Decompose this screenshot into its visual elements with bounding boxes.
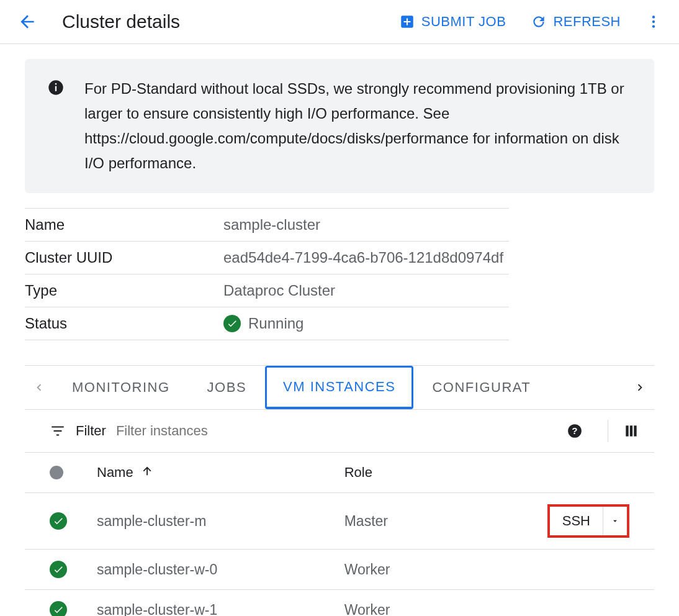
columns-icon[interactable] xyxy=(608,420,639,442)
refresh-label: REFRESH xyxy=(553,14,621,30)
uuid-value: ead54de4-7199-4ca6-b706-121d8d0974df xyxy=(223,242,509,274)
refresh-icon xyxy=(531,14,547,30)
help-icon[interactable]: ? xyxy=(567,423,583,439)
sort-ascending-icon xyxy=(141,464,155,481)
uuid-label: Cluster UUID xyxy=(25,242,223,274)
instance-role: Worker xyxy=(330,550,454,590)
header-bar: Cluster details SUBMIT JOB REFRESH xyxy=(0,0,679,44)
page-title: Cluster details xyxy=(62,11,180,32)
refresh-button[interactable]: REFRESH xyxy=(531,14,621,30)
status-value: Running xyxy=(248,315,304,332)
filter-label: Filter xyxy=(76,423,106,439)
ssh-dropdown[interactable] xyxy=(603,507,627,535)
filter-icon xyxy=(50,423,66,439)
role-column-header[interactable]: Role xyxy=(330,453,454,493)
svg-rect-9 xyxy=(630,425,632,436)
status-running-icon xyxy=(223,315,241,332)
svg-text:?: ? xyxy=(572,425,577,436)
tabs-bar: MONITORING JOBS VM INSTANCES CONFIGURAT xyxy=(25,365,654,410)
info-banner: For PD-Standard without local SSDs, we s… xyxy=(25,59,654,193)
tab-vm-instances[interactable]: VM INSTANCES xyxy=(265,366,413,409)
instance-name[interactable]: sample-cluster-m xyxy=(82,493,330,550)
instance-status-icon xyxy=(50,512,67,530)
filter-bar: Filter ? xyxy=(25,410,654,452)
tab-scroll-left[interactable] xyxy=(25,368,53,407)
instance-status-icon xyxy=(50,601,67,616)
status-column-header[interactable] xyxy=(50,466,63,479)
instance-name[interactable]: sample-cluster-w-1 xyxy=(82,590,330,617)
instance-status-icon xyxy=(50,561,67,578)
svg-rect-5 xyxy=(55,83,56,84)
type-value: Dataproc Cluster xyxy=(223,274,509,307)
add-box-icon xyxy=(399,14,415,30)
filter-input[interactable] xyxy=(116,420,557,442)
table-row: sample-cluster-w-1Worker xyxy=(25,590,654,617)
name-column-header[interactable]: Name xyxy=(97,464,315,481)
tab-scroll-right[interactable] xyxy=(626,368,654,407)
instances-table: Name Role sample-cluster-mMasterSSHsampl… xyxy=(25,452,654,616)
tab-jobs[interactable]: JOBS xyxy=(189,366,265,409)
info-icon xyxy=(47,79,65,96)
instance-role: Master xyxy=(330,493,454,550)
svg-rect-10 xyxy=(634,425,636,436)
ssh-button[interactable]: SSH xyxy=(547,504,629,538)
tab-configuration[interactable]: CONFIGURAT xyxy=(413,366,549,409)
svg-point-1 xyxy=(652,20,655,23)
ssh-main[interactable]: SSH xyxy=(550,507,603,535)
submit-job-button[interactable]: SUBMIT JOB xyxy=(399,14,506,30)
table-row: sample-cluster-w-0Worker xyxy=(25,550,654,590)
info-banner-text: For PD-Standard without local SSDs, we s… xyxy=(84,76,632,176)
svg-rect-4 xyxy=(55,86,56,91)
submit-job-label: SUBMIT JOB xyxy=(421,14,506,30)
instance-role: Worker xyxy=(330,590,454,617)
svg-point-0 xyxy=(652,16,655,18)
more-menu-button[interactable] xyxy=(645,14,662,30)
table-row: sample-cluster-mMasterSSH xyxy=(25,493,654,550)
back-button[interactable] xyxy=(17,12,37,32)
name-label: Name xyxy=(25,209,223,242)
svg-rect-8 xyxy=(626,425,628,436)
svg-point-2 xyxy=(652,25,655,27)
details-table: Name sample-cluster Cluster UUID ead54de… xyxy=(25,208,509,340)
tab-monitoring[interactable]: MONITORING xyxy=(53,366,189,409)
instance-name[interactable]: sample-cluster-w-0 xyxy=(82,550,330,590)
type-label: Type xyxy=(25,274,223,307)
name-value: sample-cluster xyxy=(223,209,509,242)
status-label: Status xyxy=(25,307,223,340)
